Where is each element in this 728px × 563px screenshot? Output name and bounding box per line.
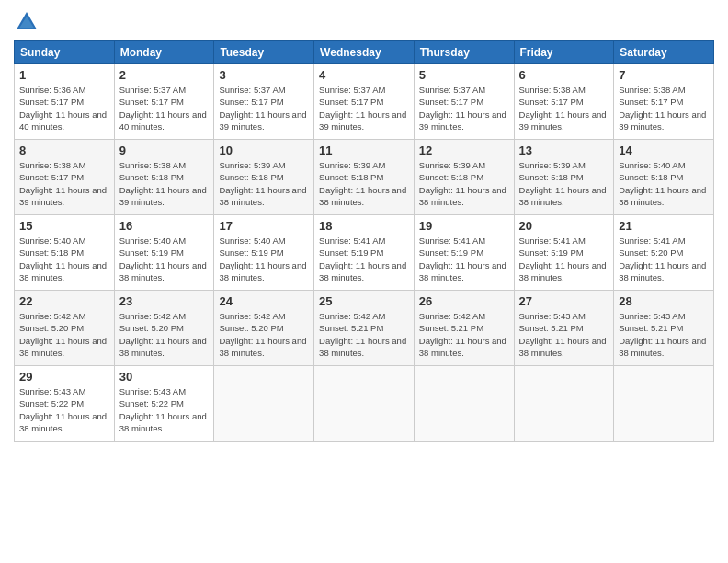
- sunset-label: Sunset: 5:17 PM: [519, 97, 584, 107]
- day-info: Sunrise: 5:42 AM Sunset: 5:21 PM Dayligh…: [319, 310, 409, 359]
- day-number: 4: [319, 68, 409, 82]
- calendar-header-row: SundayMondayTuesdayWednesdayThursdayFrid…: [15, 41, 714, 64]
- sunset-label: Sunset: 5:18 PM: [419, 172, 483, 182]
- logo: [14, 9, 43, 35]
- calendar-cell: 24 Sunrise: 5:42 AM Sunset: 5:20 PM Dayl…: [214, 291, 314, 366]
- calendar-cell: 13 Sunrise: 5:39 AM Sunset: 5:18 PM Dayl…: [514, 140, 614, 215]
- sunset-label: Sunset: 5:20 PM: [19, 323, 84, 333]
- sunset-label: Sunset: 5:18 PM: [319, 172, 383, 182]
- calendar-cell: 26 Sunrise: 5:42 AM Sunset: 5:21 PM Dayl…: [414, 291, 514, 366]
- day-info: Sunrise: 5:42 AM Sunset: 5:20 PM Dayligh…: [219, 310, 309, 359]
- sunrise-label: Sunrise: 5:41 AM: [419, 236, 485, 246]
- sunset-label: Sunset: 5:17 PM: [19, 172, 84, 182]
- sunset-label: Sunset: 5:17 PM: [19, 97, 84, 107]
- sunrise-label: Sunrise: 5:43 AM: [619, 311, 685, 321]
- sunrise-label: Sunrise: 5:39 AM: [419, 160, 485, 170]
- calendar-cell: 2 Sunrise: 5:37 AM Sunset: 5:17 PM Dayli…: [114, 64, 214, 140]
- calendar-cell: [214, 366, 314, 442]
- day-info: Sunrise: 5:37 AM Sunset: 5:17 PM Dayligh…: [319, 84, 409, 132]
- day-number: 14: [619, 144, 709, 157]
- daylight-label: Daylight: 11 hours and 39 minutes.: [19, 185, 107, 207]
- daylight-label: Daylight: 11 hours and 38 minutes.: [619, 336, 706, 358]
- sunset-label: Sunset: 5:18 PM: [619, 172, 683, 182]
- calendar-cell: 14 Sunrise: 5:40 AM Sunset: 5:18 PM Dayl…: [614, 140, 714, 215]
- sunrise-label: Sunrise: 5:38 AM: [119, 160, 186, 170]
- sunrise-label: Sunrise: 5:38 AM: [519, 85, 586, 95]
- sunset-label: Sunset: 5:18 PM: [519, 172, 584, 182]
- sunrise-label: Sunrise: 5:38 AM: [619, 85, 685, 95]
- day-info: Sunrise: 5:42 AM Sunset: 5:20 PM Dayligh…: [119, 310, 210, 359]
- sunrise-label: Sunrise: 5:36 AM: [19, 85, 85, 95]
- calendar-cell: 11 Sunrise: 5:39 AM Sunset: 5:18 PM Dayl…: [314, 140, 415, 215]
- calendar-cell: 21 Sunrise: 5:41 AM Sunset: 5:20 PM Dayl…: [614, 215, 714, 291]
- calendar-week-row: 1 Sunrise: 5:36 AM Sunset: 5:17 PM Dayli…: [15, 64, 714, 140]
- day-info: Sunrise: 5:39 AM Sunset: 5:18 PM Dayligh…: [319, 159, 409, 208]
- daylight-label: Daylight: 11 hours and 38 minutes.: [519, 336, 607, 358]
- day-info: Sunrise: 5:43 AM Sunset: 5:22 PM Dayligh…: [119, 385, 210, 434]
- calendar-cell: 19 Sunrise: 5:41 AM Sunset: 5:19 PM Dayl…: [414, 215, 514, 291]
- calendar-header-saturday: Saturday: [614, 41, 714, 64]
- day-info: Sunrise: 5:38 AM Sunset: 5:17 PM Dayligh…: [19, 159, 109, 208]
- daylight-label: Daylight: 11 hours and 39 minutes.: [419, 109, 506, 132]
- day-info: Sunrise: 5:40 AM Sunset: 5:18 PM Dayligh…: [19, 235, 109, 283]
- calendar-cell: 4 Sunrise: 5:37 AM Sunset: 5:17 PM Dayli…: [314, 64, 415, 140]
- daylight-label: Daylight: 11 hours and 38 minutes.: [319, 260, 406, 282]
- day-number: 26: [419, 294, 509, 308]
- sunrise-label: Sunrise: 5:37 AM: [419, 85, 485, 95]
- sunrise-label: Sunrise: 5:37 AM: [119, 85, 186, 95]
- calendar-week-row: 15 Sunrise: 5:40 AM Sunset: 5:18 PM Dayl…: [15, 215, 714, 291]
- daylight-label: Daylight: 11 hours and 39 minutes.: [619, 109, 706, 132]
- logo-icon: [14, 9, 40, 35]
- day-info: Sunrise: 5:43 AM Sunset: 5:21 PM Dayligh…: [519, 310, 609, 359]
- sunrise-label: Sunrise: 5:40 AM: [119, 236, 186, 246]
- daylight-label: Daylight: 11 hours and 39 minutes.: [219, 109, 306, 132]
- sunset-label: Sunset: 5:21 PM: [319, 323, 383, 333]
- day-number: 25: [319, 294, 409, 308]
- page: SundayMondayTuesdayWednesdayThursdayFrid…: [0, 0, 728, 563]
- day-number: 1: [19, 68, 109, 82]
- daylight-label: Daylight: 11 hours and 38 minutes.: [419, 260, 506, 282]
- sunrise-label: Sunrise: 5:41 AM: [619, 236, 685, 246]
- sunset-label: Sunset: 5:19 PM: [119, 247, 184, 258]
- calendar-cell: 20 Sunrise: 5:41 AM Sunset: 5:19 PM Dayl…: [514, 215, 614, 291]
- daylight-label: Daylight: 11 hours and 38 minutes.: [219, 336, 306, 358]
- calendar-header-sunday: Sunday: [15, 41, 115, 64]
- daylight-label: Daylight: 11 hours and 40 minutes.: [119, 109, 207, 132]
- daylight-label: Daylight: 11 hours and 38 minutes.: [19, 260, 107, 282]
- sunrise-label: Sunrise: 5:42 AM: [219, 311, 285, 321]
- calendar-header-tuesday: Tuesday: [214, 41, 314, 64]
- calendar-cell: 12 Sunrise: 5:39 AM Sunset: 5:18 PM Dayl…: [414, 140, 514, 215]
- day-number: 15: [19, 219, 109, 233]
- daylight-label: Daylight: 11 hours and 38 minutes.: [619, 260, 706, 282]
- sunset-label: Sunset: 5:22 PM: [19, 398, 84, 408]
- calendar-table: SundayMondayTuesdayWednesdayThursdayFrid…: [14, 40, 714, 442]
- daylight-label: Daylight: 11 hours and 39 minutes.: [519, 109, 607, 132]
- daylight-label: Daylight: 11 hours and 38 minutes.: [319, 336, 406, 358]
- sunset-label: Sunset: 5:18 PM: [19, 247, 84, 258]
- day-number: 9: [119, 144, 210, 157]
- sunset-label: Sunset: 5:20 PM: [119, 323, 184, 333]
- day-number: 8: [19, 144, 109, 157]
- day-info: Sunrise: 5:42 AM Sunset: 5:21 PM Dayligh…: [419, 310, 509, 359]
- calendar-week-row: 8 Sunrise: 5:38 AM Sunset: 5:17 PM Dayli…: [15, 140, 714, 215]
- calendar-week-row: 29 Sunrise: 5:43 AM Sunset: 5:22 PM Dayl…: [15, 366, 714, 442]
- calendar-cell: 10 Sunrise: 5:39 AM Sunset: 5:18 PM Dayl…: [214, 140, 314, 215]
- sunset-label: Sunset: 5:20 PM: [219, 323, 283, 333]
- day-info: Sunrise: 5:37 AM Sunset: 5:17 PM Dayligh…: [219, 84, 309, 132]
- day-number: 12: [419, 144, 509, 157]
- calendar-week-row: 22 Sunrise: 5:42 AM Sunset: 5:20 PM Dayl…: [15, 291, 714, 366]
- day-number: 30: [119, 370, 210, 384]
- day-info: Sunrise: 5:40 AM Sunset: 5:19 PM Dayligh…: [219, 235, 309, 283]
- daylight-label: Daylight: 11 hours and 38 minutes.: [119, 260, 207, 282]
- day-number: 23: [119, 294, 210, 308]
- sunrise-label: Sunrise: 5:43 AM: [519, 311, 586, 321]
- sunrise-label: Sunrise: 5:43 AM: [119, 386, 186, 396]
- sunset-label: Sunset: 5:19 PM: [419, 247, 483, 258]
- sunrise-label: Sunrise: 5:38 AM: [19, 160, 85, 170]
- daylight-label: Daylight: 11 hours and 38 minutes.: [419, 185, 506, 207]
- day-number: 13: [519, 144, 609, 157]
- calendar-cell: [514, 366, 614, 442]
- sunrise-label: Sunrise: 5:37 AM: [219, 85, 285, 95]
- day-number: 28: [619, 294, 709, 308]
- calendar-cell: 3 Sunrise: 5:37 AM Sunset: 5:17 PM Dayli…: [214, 64, 314, 140]
